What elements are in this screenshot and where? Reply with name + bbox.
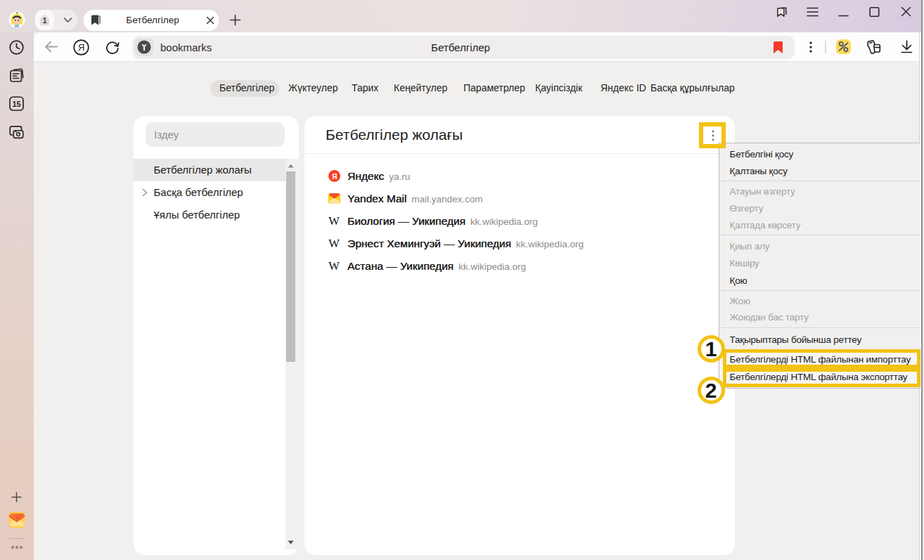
svg-text:Я: Я bbox=[331, 172, 337, 181]
svg-text:15: 15 bbox=[12, 100, 20, 108]
svg-text:1: 1 bbox=[42, 16, 46, 25]
svg-text:Я: Я bbox=[78, 42, 84, 53]
